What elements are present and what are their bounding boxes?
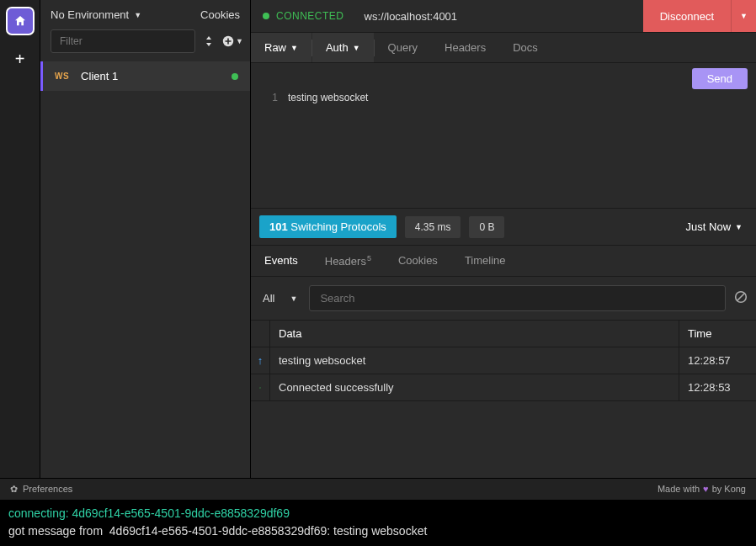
new-workspace-button[interactable]: +: [15, 50, 25, 67]
editor-content[interactable]: testing websocket: [288, 92, 368, 198]
clear-button[interactable]: [734, 290, 748, 307]
sort-icon: [204, 35, 214, 47]
connection-label: CONNECTED: [276, 10, 344, 22]
caret-down-icon: ▼: [236, 37, 243, 45]
request-tabs: Raw▼ Auth▼ Query Headers Docs: [251, 33, 756, 63]
app-rail: +: [0, 0, 40, 478]
line-number: 1: [251, 92, 288, 198]
table-header: Data Time: [251, 320, 756, 347]
svg-line-2: [737, 293, 745, 300]
tab-response-cookies[interactable]: Cookies: [385, 246, 451, 276]
terminal-line: connecting: 4d69cf14-e565-4501-9ddc-e885…: [8, 506, 290, 520]
caret-down-icon: ▼: [134, 11, 141, 19]
caret-down-icon: ▼: [735, 223, 743, 231]
tab-auth[interactable]: Auth▼: [312, 33, 374, 62]
events-table: Data Time ↑ testing websocket 12:28:57 C…: [251, 320, 756, 401]
home-button[interactable]: [6, 7, 35, 35]
request-name: Client 1: [81, 70, 118, 82]
disconnect-dropdown[interactable]: ▼: [731, 0, 756, 32]
gear-icon[interactable]: ✿: [10, 484, 18, 495]
col-data: Data: [269, 321, 679, 347]
caret-down-icon: ▼: [290, 44, 298, 52]
send-button[interactable]: Send: [692, 68, 748, 89]
tab-timeline[interactable]: Timeline: [451, 246, 519, 276]
status-bar: ✿ Preferences Made with ♥ by Kong: [0, 478, 756, 500]
cookies-button[interactable]: Cookies: [200, 8, 240, 21]
arrow-up-icon: ↑: [251, 347, 269, 374]
response-age[interactable]: Just Now▼: [686, 220, 748, 233]
made-by: Made with ♥ by Kong: [658, 484, 746, 494]
status-badge: 101 Switching Protocols: [259, 215, 397, 238]
request-type-badge: WS: [55, 72, 69, 81]
ban-icon: [734, 290, 748, 304]
disconnect-button[interactable]: Disconnect: [643, 0, 731, 32]
event-time: 12:28:53: [679, 374, 756, 400]
size-badge: 0 B: [469, 216, 504, 238]
table-row[interactable]: ↑ testing websocket 12:28:57: [251, 347, 756, 374]
terminal-line: got message from 4d69cf14-e565-4501-9ddc…: [8, 524, 427, 538]
tab-raw[interactable]: Raw▼: [251, 33, 311, 62]
sort-button[interactable]: [204, 35, 214, 47]
events-search-input[interactable]: [309, 285, 726, 311]
check-circle-icon: [251, 374, 269, 400]
status-dot-icon: [263, 13, 269, 19]
headers-count: 5: [367, 254, 371, 262]
terminal-output: connecting: 4d69cf14-e565-4501-9ddc-e885…: [0, 500, 756, 546]
url-bar: CONNECTED ws://localhost:4001 Disconnect…: [251, 0, 756, 33]
filter-input[interactable]: [51, 29, 195, 53]
caret-down-icon: ▼: [353, 44, 360, 52]
tab-headers[interactable]: Headers: [431, 33, 499, 62]
tab-query[interactable]: Query: [375, 33, 431, 62]
event-data: testing websocket: [269, 347, 679, 374]
status-dot-icon: [232, 73, 238, 80]
response-tabs: Events Headers5 Cookies Timeline: [251, 246, 756, 277]
event-data: Connected successfully: [269, 374, 679, 400]
tab-docs[interactable]: Docs: [499, 33, 551, 62]
col-time: Time: [679, 321, 756, 347]
message-editor[interactable]: Send 1 testing websocket: [251, 63, 756, 208]
caret-down-icon: ▼: [290, 294, 297, 303]
tab-events[interactable]: Events: [251, 246, 311, 276]
connection-status: CONNECTED: [251, 2, 356, 30]
main-panel: CONNECTED ws://localhost:4001 Disconnect…: [251, 0, 756, 478]
sidebar-request-item[interactable]: WS Client 1: [40, 61, 250, 91]
latency-badge: 4.35 ms: [405, 216, 461, 238]
heart-icon: ♥: [703, 484, 709, 494]
url-display[interactable]: ws://localhost:4001: [356, 10, 643, 23]
preferences-link[interactable]: Preferences: [23, 484, 72, 494]
events-toolbar: All▼: [251, 277, 756, 320]
plus-circle-icon: [222, 35, 234, 47]
sidebar: No Environment ▼ Cookies ▼ WS Client 1: [40, 0, 251, 478]
tab-response-headers[interactable]: Headers5: [311, 246, 385, 276]
environment-selector[interactable]: No Environment ▼: [51, 8, 141, 21]
response-header: 101 Switching Protocols 4.35 ms 0 B Just…: [251, 208, 756, 246]
environment-label: No Environment: [51, 8, 129, 21]
create-button[interactable]: ▼: [222, 35, 243, 47]
table-row[interactable]: Connected successfully 12:28:53: [251, 374, 756, 401]
home-icon: [13, 14, 27, 28]
event-time: 12:28:57: [679, 347, 756, 374]
events-filter-select[interactable]: All▼: [259, 287, 301, 310]
